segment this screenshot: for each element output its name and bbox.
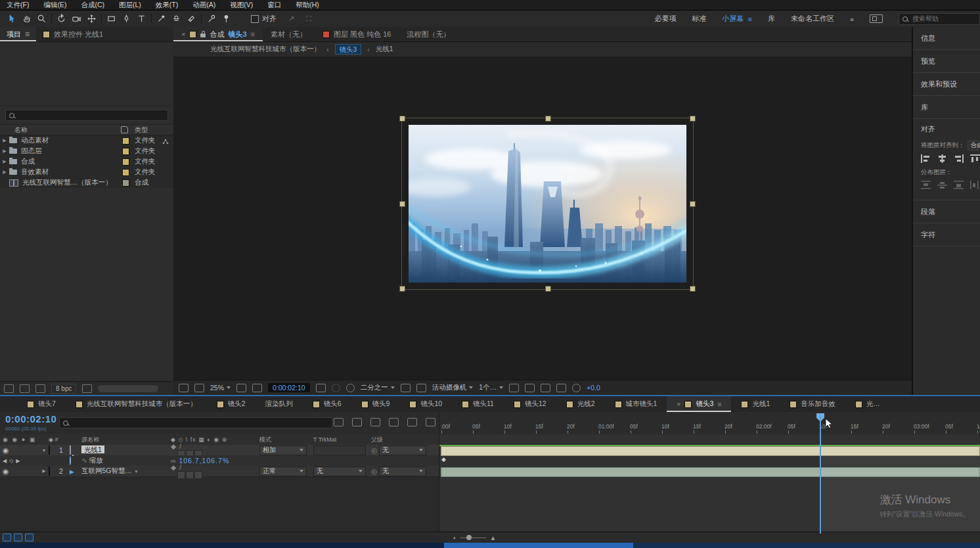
resolution-select[interactable]: 二分之一	[361, 383, 395, 392]
pickwhip-icon[interactable]: ◎	[371, 467, 377, 474]
puppet-pin-tool-icon[interactable]	[219, 12, 234, 26]
layer-switches-icons[interactable]: ◆ /	[171, 463, 182, 471]
timeline-button-icon[interactable]	[541, 384, 550, 392]
layer-1-duration-bar[interactable]	[441, 446, 980, 456]
frame-blending-icon[interactable]	[389, 418, 399, 426]
align-horizontal-center-icon[interactable]	[937, 154, 947, 163]
workspace-standard[interactable]: 标准	[692, 14, 706, 24]
interpret-footage-icon[interactable]	[4, 384, 14, 393]
align-to-select[interactable]: 合成	[968, 141, 980, 150]
column-mode[interactable]: 模式	[259, 436, 313, 444]
distribute-vcenter-icon[interactable]	[937, 181, 947, 189]
zoom-in-icon[interactable]: ▲	[490, 534, 497, 541]
transform-handle-bottom-left[interactable]	[399, 286, 405, 292]
breadcrumb-child[interactable]: 光线1	[376, 45, 393, 54]
zoom-out-icon[interactable]: ▴	[453, 535, 456, 540]
expand-icon[interactable]: ▶	[39, 468, 49, 474]
composition-image[interactable]	[409, 125, 686, 283]
grid-guides-icon[interactable]	[236, 384, 246, 392]
rotate-tool-icon[interactable]	[54, 12, 69, 26]
workspace-menu-icon[interactable]: ≡	[747, 15, 751, 23]
layer-color-swatch[interactable]	[49, 467, 50, 476]
panel-effects-presets[interactable]: 效果和预设	[913, 73, 980, 96]
trash-icon[interactable]	[82, 384, 92, 393]
transform-handle-mid-left[interactable]	[399, 201, 405, 207]
trkmat-select[interactable]: 无	[313, 467, 366, 476]
tab-layer[interactable]: 图层 黑色 纯色 16	[315, 27, 399, 41]
timeline-tab[interactable]: 镜头9	[351, 396, 400, 412]
pickwhip-icon[interactable]: ◎	[371, 445, 377, 453]
column-source-name[interactable]: 源名称	[81, 436, 171, 444]
eye-icon[interactable]: ◉	[0, 467, 39, 475]
selection-tool-icon[interactable]	[4, 12, 19, 26]
composition-viewport[interactable]	[173, 57, 912, 380]
menu-window[interactable]: 窗口	[267, 1, 281, 10]
time-ruler[interactable]: :00f 05f 10f 15f 20f 01:00f 05f 10f 15f …	[439, 412, 980, 435]
view-layout-select[interactable]: 1个…	[479, 383, 503, 392]
shy-layers-icon[interactable]	[370, 418, 380, 426]
pen-tool-icon[interactable]	[119, 12, 134, 26]
transform-handle-mid-right[interactable]	[690, 201, 696, 207]
timeline-tab[interactable]: 镜头7	[17, 396, 66, 412]
new-folder-icon[interactable]	[20, 384, 30, 393]
zoom-tool-icon[interactable]	[34, 12, 49, 26]
project-row-main-comp[interactable]: 光线互联网智慧…（版本一） 合成	[0, 177, 173, 188]
eraser-tool-icon[interactable]	[184, 12, 199, 26]
tab-flowchart[interactable]: 流程图（无）	[399, 27, 458, 41]
menu-file[interactable]: 文件(F)	[7, 1, 29, 10]
column-label-icon[interactable]	[121, 126, 128, 133]
add-keyframe-icon[interactable]: ◇	[9, 458, 16, 464]
channel-icon[interactable]	[346, 384, 355, 392]
panel-character[interactable]: 字符	[913, 223, 980, 246]
column-parent[interactable]: 父级	[371, 436, 439, 444]
blend-mode-select[interactable]: 相加	[259, 445, 307, 455]
tab-effect-controls[interactable]: 效果控件 光线1	[36, 27, 110, 41]
snap-align-option[interactable]: 对齐	[251, 14, 277, 24]
timeline-tab[interactable]: 镜头12	[504, 396, 556, 412]
workspace-small-screen[interactable]: 小屏幕 ≡	[722, 14, 751, 24]
exposure-value[interactable]: +0.0	[587, 384, 600, 392]
playhead-line[interactable]	[820, 415, 821, 534]
expand-in-out-icon[interactable]	[25, 534, 33, 541]
pan-behind-tool-icon[interactable]	[84, 12, 99, 26]
panel-menu-icon[interactable]: ≡	[717, 400, 721, 408]
expand-icon[interactable]: ▶	[0, 138, 9, 143]
menu-help[interactable]: 帮助(H)	[296, 1, 319, 10]
clone-stamp-tool-icon[interactable]	[169, 12, 184, 26]
menu-edit[interactable]: 编辑(E)	[43, 1, 66, 10]
region-of-interest-icon[interactable]: ⛶	[306, 14, 311, 23]
property-name[interactable]: 缩放	[89, 456, 103, 464]
label-color-chip[interactable]	[122, 148, 129, 155]
region-of-interest-icon[interactable]	[401, 384, 411, 392]
align-left-icon[interactable]	[921, 154, 931, 163]
label-color-chip[interactable]	[122, 158, 129, 166]
layer-name[interactable]: 光线1	[81, 445, 104, 453]
tab-project[interactable]: 项目 ≡	[0, 27, 36, 41]
lock-icon[interactable]	[200, 34, 206, 37]
timeline-zoom-slider[interactable]: ▴ ▲	[453, 534, 496, 541]
label-color-chip[interactable]	[122, 179, 129, 187]
brush-tool-icon[interactable]	[154, 12, 169, 26]
timeline-tab[interactable]: 音乐加音效	[780, 396, 845, 412]
help-search-box[interactable]	[899, 13, 980, 25]
transform-handle-top-center[interactable]	[545, 116, 551, 122]
parent-select[interactable]: 无	[379, 467, 426, 476]
timeline-search-box[interactable]	[59, 417, 332, 428]
shape-tool-icon[interactable]	[104, 12, 119, 26]
text-tool-icon[interactable]	[134, 12, 149, 26]
expand-icon[interactable]: ▶	[0, 159, 9, 164]
selected-layer-bounds[interactable]	[409, 125, 686, 283]
timeline-tab[interactable]: 镜头10	[399, 396, 452, 412]
menu-layer[interactable]: 图层(L)	[119, 1, 141, 10]
distribute-left-icon[interactable]	[970, 181, 980, 189]
distribute-bottom-icon[interactable]	[954, 181, 964, 189]
hand-tool-icon[interactable]	[19, 12, 34, 26]
timeline-tab[interactable]: 城市镜头1	[605, 396, 667, 412]
draft-3d-icon[interactable]	[352, 418, 362, 426]
parent-select[interactable]: 无	[379, 445, 426, 455]
timeline-tab[interactable]: 光…	[845, 396, 890, 412]
project-row-motion-assets[interactable]: ▶ 动态素材 文件夹	[0, 135, 173, 146]
align-right-icon[interactable]	[954, 154, 964, 163]
expand-icon[interactable]: ▼	[39, 448, 49, 453]
prev-keyframe-icon[interactable]: ◀	[3, 458, 9, 464]
